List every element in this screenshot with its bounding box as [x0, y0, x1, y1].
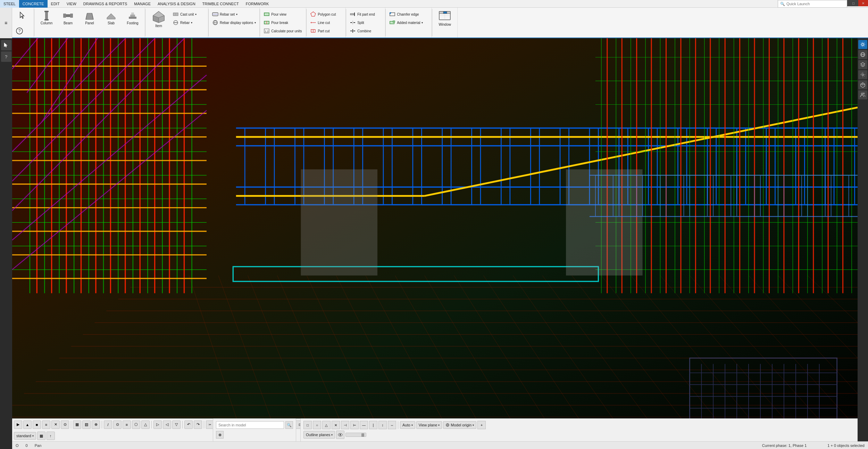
- layers-button[interactable]: [858, 60, 867, 69]
- tool-tri[interactable]: △: [141, 421, 150, 429]
- cube-button[interactable]: [858, 80, 867, 89]
- ribbon-collapse-button[interactable]: ≡: [0, 8, 12, 38]
- chamfer-edge-button[interactable]: Chamfer edge: [388, 10, 429, 18]
- view-plane-dropdown[interactable]: View plane ▾: [416, 421, 442, 429]
- tool-undo[interactable]: ↶: [184, 421, 193, 429]
- add-snap-button[interactable]: +: [477, 421, 486, 429]
- tool-cross2[interactable]: ⊕: [92, 421, 100, 429]
- select-tool[interactable]: [13, 9, 33, 22]
- menu-concrete[interactable]: CONCRETE: [19, 0, 48, 8]
- quick-launch-input[interactable]: [786, 2, 845, 6]
- part-cut-button[interactable]: Part cut: [309, 27, 343, 35]
- tool-hex[interactable]: ⬡: [132, 421, 140, 429]
- snap-left[interactable]: ⊣: [341, 421, 349, 429]
- tool-cross[interactable]: ✕: [51, 421, 60, 429]
- rebar-set-dropdown[interactable]: ▾: [236, 13, 237, 16]
- tool-circle[interactable]: ⊙: [61, 421, 69, 429]
- line-cut-button[interactable]: Line cut: [309, 19, 343, 26]
- wireframe-overlay: [12, 38, 858, 418]
- tool-arrow-d[interactable]: ▽: [172, 421, 181, 429]
- tool-arrow-r[interactable]: ▷: [153, 421, 162, 429]
- added-material-dropdown[interactable]: ▾: [422, 21, 423, 24]
- panel-icon: [84, 10, 95, 21]
- close-button[interactable]: ✕: [858, 0, 868, 6]
- tool-select[interactable]: ▶: [14, 421, 22, 429]
- added-material-button[interactable]: + Added material ▾: [388, 19, 429, 26]
- users-button[interactable]: [858, 90, 867, 99]
- left-help-button[interactable]: ?: [1, 51, 11, 62]
- tool-grid[interactable]: ≡: [42, 421, 50, 429]
- tool-line[interactable]: /: [104, 421, 112, 429]
- footing-button[interactable]: Footing: [123, 9, 143, 26]
- rebar-dropdown[interactable]: ▾: [191, 21, 192, 24]
- maximize-button[interactable]: □: [849, 0, 858, 6]
- snap-arrow-h[interactable]: ↔: [388, 421, 396, 429]
- pour-view-button[interactable]: Pour view: [262, 10, 304, 18]
- tool-up[interactable]: ▲: [23, 421, 32, 429]
- svg-text:+: +: [393, 21, 394, 23]
- gear-button[interactable]: [858, 70, 867, 79]
- tool-list[interactable]: ≡: [123, 421, 131, 429]
- menu-manage[interactable]: MANAGE: [131, 0, 154, 8]
- left-select-button[interactable]: [1, 40, 11, 50]
- cast-unit-button[interactable]: Cast unit ▾: [171, 10, 206, 18]
- separator4: [182, 421, 183, 428]
- model-origin-icon: [445, 423, 450, 427]
- outline-planes-dropdown[interactable]: Outline planes ▾: [303, 431, 335, 439]
- quick-launch-bar[interactable]: 🔍: [778, 0, 847, 8]
- fit-part-end-button[interactable]: Fit part end: [348, 10, 383, 18]
- rebar-button[interactable]: Rebar ▾: [171, 19, 206, 26]
- menu-edit[interactable]: EDIT: [48, 0, 63, 8]
- tool-arrow-l[interactable]: ◁: [163, 421, 171, 429]
- tool-redo[interactable]: ↷: [194, 421, 202, 429]
- menu-drawings[interactable]: DRAWINGS & REPORTS: [80, 0, 131, 8]
- tool-hatch[interactable]: ▧: [82, 421, 91, 429]
- snap-right[interactable]: ⊢: [350, 421, 359, 429]
- search-button[interactable]: 🔍: [285, 421, 293, 429]
- polygon-cut-button[interactable]: Polygon cut: [309, 10, 343, 18]
- item-button[interactable]: Item: [148, 9, 170, 29]
- window-button[interactable]: Window: [434, 9, 455, 27]
- selection-info: 1 + 0 objects selected: [827, 443, 865, 448]
- snap-rect[interactable]: □: [303, 421, 312, 429]
- rebar-set-button[interactable]: Rebar set ▾: [211, 10, 257, 18]
- snap-circle[interactable]: ○: [313, 421, 321, 429]
- pour-break-button[interactable]: Pour break: [262, 19, 304, 26]
- model-origin-dropdown[interactable]: Model origin ▾: [443, 421, 476, 429]
- cast-unit-dropdown[interactable]: ▾: [195, 13, 197, 16]
- combine-button[interactable]: Combine: [348, 27, 383, 35]
- search-extra-button[interactable]: ⊕: [216, 431, 224, 439]
- menu-analysis[interactable]: ANALYSIS & DESIGN: [154, 0, 199, 8]
- column-button[interactable]: Column: [36, 9, 57, 26]
- snap-vert[interactable]: |: [369, 421, 377, 429]
- snap-horiz[interactable]: —: [360, 421, 368, 429]
- snap-x[interactable]: ✕: [332, 421, 340, 429]
- globe-button[interactable]: [858, 50, 867, 59]
- rebar-display-dropdown[interactable]: ▾: [254, 21, 256, 24]
- menu-trimble[interactable]: TRIMBLE CONNECT: [199, 0, 242, 8]
- tool-snap[interactable]: ⊙: [113, 421, 122, 429]
- snap-up-button[interactable]: ↑: [47, 432, 55, 440]
- menu-formwork[interactable]: FORMWORK: [242, 0, 273, 8]
- snap-arrow-v[interactable]: ↕: [378, 421, 387, 429]
- settings-button[interactable]: [858, 40, 867, 49]
- grid-display-button[interactable]: ▦: [37, 432, 45, 440]
- beam-button[interactable]: Beam: [58, 9, 78, 26]
- help-tool[interactable]: ?: [13, 24, 26, 38]
- split-button[interactable]: Split: [348, 19, 383, 26]
- menu-view[interactable]: VIEW: [63, 0, 80, 8]
- slab-button[interactable]: Slab: [101, 9, 121, 26]
- snap-tri[interactable]: △: [322, 421, 331, 429]
- panel-button[interactable]: Panel: [80, 9, 100, 26]
- rebar-display-button[interactable]: Rebar display options ▾: [211, 19, 257, 26]
- search-input[interactable]: [216, 421, 284, 429]
- tool-grid2[interactable]: ▦: [73, 421, 81, 429]
- tool-square[interactable]: ■: [33, 421, 41, 429]
- standard-dropdown[interactable]: standard ▾: [14, 432, 36, 440]
- auto-dropdown[interactable]: Auto ▾: [400, 421, 415, 429]
- calc-pour-button[interactable]: 1,2 Calculate pour units: [262, 27, 304, 35]
- calc-pour-label: Calculate pour units: [271, 29, 302, 33]
- menu-steel[interactable]: STEEL: [0, 0, 19, 8]
- visibility-button[interactable]: [336, 431, 344, 439]
- brightness-slider[interactable]: [345, 433, 366, 437]
